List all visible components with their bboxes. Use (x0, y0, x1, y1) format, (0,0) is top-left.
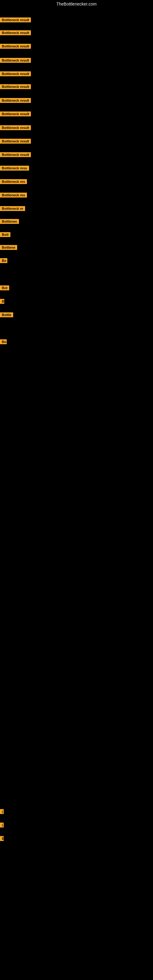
bottleneck-badge[interactable]: Bottleneck result (0, 139, 31, 144)
bottleneck-badge[interactable]: Bottleneck result (0, 72, 31, 76)
bottleneck-badge-container: Bottleneck result (0, 98, 31, 104)
bottleneck-badge[interactable]: Bo (0, 339, 7, 344)
bottleneck-badge-container: Bott (0, 232, 10, 238)
bottleneck-badge-container: Bottleneck result (0, 139, 31, 145)
bottleneck-badge-container: Bottleneck result (0, 30, 31, 37)
bottleneck-badge-container: Bottleneck result (0, 125, 31, 131)
bottleneck-badge[interactable]: Bottleneck result (0, 84, 31, 89)
bottleneck-badge-container: Bo (0, 339, 7, 345)
bottleneck-badge[interactable]: Bottleneck result (0, 152, 31, 157)
bottleneck-badge[interactable]: Bottleneck re (0, 206, 25, 211)
bottleneck-badge-container: Bottlene (0, 245, 17, 251)
bottleneck-badge-container: Bottleneck resu (0, 166, 29, 172)
bottleneck-badge-container: Bottleneck result (0, 72, 31, 78)
bottleneck-badge[interactable]: Bottleneck res (0, 179, 27, 184)
bottleneck-badge-container: Bot (0, 285, 9, 291)
bottleneck-badge[interactable]: B (0, 299, 4, 304)
bottleneck-badge[interactable]: Bo (0, 258, 7, 263)
bottleneck-badge[interactable]: Bottleneck resu (0, 166, 29, 170)
bottleneck-badge[interactable]: Bottlene (0, 245, 17, 250)
bottleneck-badge[interactable]: Bottleneck res (0, 192, 27, 197)
bottleneck-badge[interactable]: Bottleneck result (0, 18, 31, 22)
bottleneck-badge[interactable]: | (0, 809, 4, 814)
bottleneck-badge-container: Bottlenec (0, 219, 19, 225)
bottleneck-badge[interactable]: Bottleneck result (0, 30, 31, 35)
bottleneck-badge-container: Bo (0, 258, 7, 264)
bottleneck-badge[interactable]: Bott (0, 232, 10, 237)
bottleneck-badge[interactable]: Bottle (0, 312, 13, 317)
bottleneck-badge-container: Bottleneck res (0, 179, 27, 185)
bottleneck-badge-container: | (0, 822, 4, 829)
site-title: TheBottlenecker.com (0, 0, 153, 8)
bottleneck-badge-container: | (0, 809, 4, 815)
bottleneck-badge-container: Bottleneck result (0, 111, 31, 118)
bottleneck-badge-container: Bottleneck result (0, 84, 31, 90)
bottleneck-badge-container: Bottleneck result (0, 44, 31, 50)
bottleneck-badge[interactable]: E (0, 836, 4, 841)
bottleneck-badge-container: Bottleneck result (0, 152, 31, 158)
bottleneck-badge[interactable]: Bottleneck result (0, 44, 31, 49)
bottleneck-badge-container: Bottleneck result (0, 18, 31, 24)
bottleneck-badge[interactable]: Bottleneck result (0, 111, 31, 116)
bottleneck-badge-container: Bottleneck res (0, 192, 27, 199)
bottleneck-badge-container: E (0, 836, 4, 842)
bottleneck-badge[interactable]: Bottleneck result (0, 58, 31, 63)
bottleneck-badge[interactable]: Bottleneck result (0, 98, 31, 103)
bottleneck-badge[interactable]: Bottlenec (0, 219, 19, 224)
bottleneck-badge-container: B (0, 299, 4, 305)
bottleneck-badge[interactable]: | (0, 822, 4, 827)
bottleneck-badge-container: Bottle (0, 312, 13, 318)
bottleneck-badge[interactable]: Bot (0, 285, 9, 290)
bottleneck-badge-container: Bottleneck result (0, 58, 31, 64)
bottleneck-badge-container: Bottleneck re (0, 206, 25, 212)
bottleneck-badge[interactable]: Bottleneck result (0, 125, 31, 130)
